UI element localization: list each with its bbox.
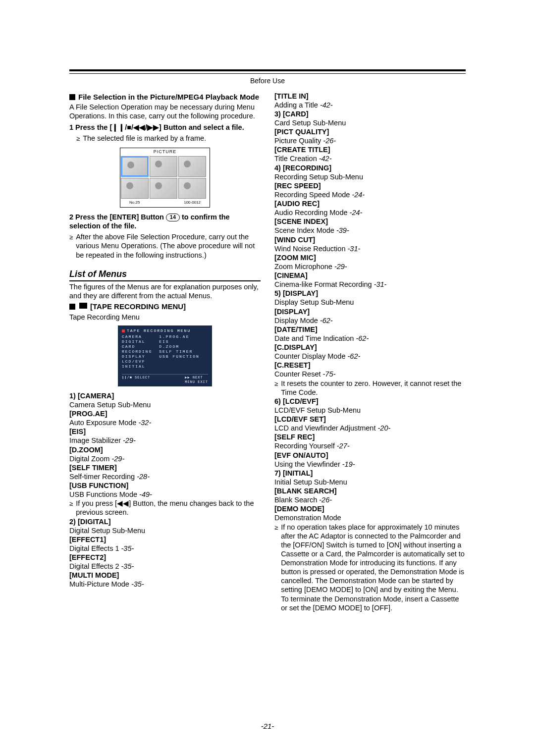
demo-note-text: If no operation takes place for approxim… (281, 523, 466, 612)
step2-prefix: 2 Press the [ENTER] Button (69, 213, 166, 221)
camcorder-icon (79, 303, 87, 309)
tape-recording-menu-text: [TAPE RECORDING MENU] (90, 302, 186, 312)
menu-item-text: Blank Search -26- (274, 495, 466, 504)
bullet-icon (274, 523, 279, 612)
bullet-icon (69, 499, 74, 517)
rewind-icon: ◀◀ (117, 499, 129, 507)
menu-item-head: 2) [DIGITAL] (69, 517, 261, 526)
menu-item-head: 7) [INITIAL] (274, 469, 466, 478)
step1-bullet-text: The selected file is marked by a frame. (83, 134, 206, 143)
page-ref: -39- (336, 226, 349, 234)
page-ref: -29- (334, 263, 347, 270)
menu-item-head: [C.DISPLAY] (274, 343, 466, 352)
menu-item-head: [PROG.AE] (69, 409, 261, 418)
menu-item-head: [AUDIO REC] (274, 199, 466, 208)
menu-item-head: [CINEMA] (274, 271, 466, 280)
button-ref-14-icon: 14 (166, 214, 180, 221)
columns: File Selection in the Picture/MPEG4 Play… (69, 92, 466, 612)
osd-footer: ❙❙/■ SELECT ▶▶ NEXT MENU EXIT (122, 374, 208, 384)
list-of-menus-heading: List of Menus (69, 269, 261, 282)
menu-item-text: Digital Effects 1 -35- (69, 544, 261, 553)
record-icon (122, 329, 125, 332)
osd-title-text: TAPE RECORDING MENU (127, 328, 191, 333)
menu-item-text: Auto Exposure Mode -32- (69, 418, 261, 427)
menu-item-text: Audio Recording Mode -24- (274, 208, 466, 217)
menu-item-head: [DISPLAY] (274, 307, 466, 316)
picture-no: No.25 (129, 200, 140, 205)
menu-item-head: [ZOOM MIC] (274, 253, 466, 262)
usb-note-text: If you press [◀◀] Button, the menu chang… (76, 499, 261, 517)
menu-item-head: [SELF TIMER] (69, 463, 261, 472)
menu-item-text: Cinema-like Format Recording -31- (274, 280, 466, 289)
menu-item-text: Recording Yourself -27- (274, 441, 466, 450)
file-selection-title-text: File Selection in the Picture/MPEG4 Play… (78, 93, 259, 102)
menu-item-head: 3) [CARD] (274, 109, 466, 118)
menu-item-text: Date and Time Indication -62- (274, 334, 466, 343)
step1-bullet: The selected file is marked by a frame. (69, 134, 261, 143)
menu-item-text: USB Functions Mode -49- (69, 490, 261, 499)
thumbnails (120, 156, 210, 199)
osd-columns: CAMERA DIGITAL CARD RECORDING DISPLAY LC… (122, 334, 208, 369)
thumbnail (178, 178, 206, 199)
page-ref: -62- (356, 334, 369, 342)
left-list-2: 2) [DIGITAL]Digital Setup Sub-Menu[EFFEC… (69, 517, 261, 589)
bullet-icon (76, 134, 81, 143)
thumbnail (150, 156, 177, 177)
menu-item-head: [SELF REC] (274, 432, 466, 441)
page-ref: -35- (131, 580, 144, 588)
page-ref: -24- (350, 209, 363, 216)
menu-item-text: Self-timer Recording -28- (69, 472, 261, 481)
menu-item-text: Display Mode -62- (274, 316, 466, 325)
page-ref: -26- (323, 137, 336, 145)
page-ref: -27- (337, 442, 350, 450)
picture-meta: No.25 100-0012 (120, 199, 210, 207)
picture-code: 100-0012 (184, 200, 201, 205)
thumbnail-selected (121, 156, 149, 177)
menu-item-text: Display Setup Sub-Menu (274, 298, 466, 307)
menu-item-head: [DATE/TIME] (274, 325, 466, 334)
menu-item-text: Zoom Microphone -29- (274, 262, 466, 271)
menu-item-head: [WIND CUT] (274, 235, 466, 244)
menu-item-head: [SCENE INDEX] (274, 217, 466, 226)
menu-item-text: Digital Setup Sub-Menu (69, 526, 261, 535)
page-ref: -49- (139, 490, 152, 498)
top-rule (69, 69, 466, 74)
osd-left-col: CAMERA DIGITAL CARD RECORDING DISPLAY LC… (122, 334, 152, 369)
bullet-square-icon (69, 94, 75, 100)
step-2: 2 Press the [ENTER] Button 14 to confirm… (69, 213, 261, 230)
usb-note: If you press [◀◀] Button, the menu chang… (69, 499, 261, 517)
page-ref: -20- (378, 424, 391, 432)
step-1: 1 Press the [❙❙/■/◀◀/▶▶] Button and sele… (69, 123, 261, 132)
menu-item-text: Using the Viewfinder -19- (274, 460, 466, 469)
page-ref: -62- (320, 317, 333, 324)
tape-recording-menu-title: [TAPE RECORDING MENU] (69, 302, 261, 312)
menu-item-head: [REC SPEED] (274, 181, 466, 190)
page-ref: -31- (348, 245, 361, 253)
page-ref: -42- (320, 101, 333, 109)
page: Before Use File Selection in the Picture… (0, 0, 535, 756)
tape-recording-subtitle: Tape Recording Menu (69, 313, 261, 322)
menu-item-text: Counter Reset -75- (274, 370, 466, 378)
menu-item-head: [EFFECT1] (69, 535, 261, 544)
page-ref: -24- (352, 191, 365, 199)
menu-item-text: LCD and Viewfinder Adjustment -20- (274, 424, 466, 432)
osd-foot-left: ❙❙/■ SELECT (122, 376, 150, 384)
osd-foot-right: ▶▶ NEXT MENU EXIT (185, 376, 208, 384)
transport-buttons-icon: ❙❙/■/◀◀/▶▶ (112, 123, 159, 131)
menu-item-head: 6) [LCD/EVF] (274, 397, 466, 406)
right-list-2: 6) [LCD/EVF]LCD/EVF Setup Sub-Menu[LCD/E… (274, 397, 466, 523)
creset-note: It resets the counter to zero. However, … (274, 379, 466, 397)
page-ref: -35- (121, 544, 134, 552)
page-ref: -35- (121, 562, 134, 570)
file-selection-intro: A File Selection Operation may be necess… (69, 103, 261, 120)
page-ref: -29- (111, 455, 124, 463)
menu-item-head: [LCD/EVF SET] (274, 415, 466, 424)
menu-item-head: [D.ZOOM] (69, 445, 261, 454)
left-list-1: 1) [CAMERA]Camera Setup Sub-Menu[PROG.AE… (69, 391, 261, 499)
thumbnail (178, 156, 206, 177)
step2-bullet: After the above File Selection Procedure… (69, 232, 261, 259)
menu-item-head: 5) [DISPLAY] (274, 289, 466, 298)
thumbnail (150, 178, 177, 199)
demo-note: If no operation takes place for approxim… (274, 523, 466, 612)
osd-menu-box: TAPE RECORDING MENU CAMERA DIGITAL CARD … (118, 325, 212, 386)
